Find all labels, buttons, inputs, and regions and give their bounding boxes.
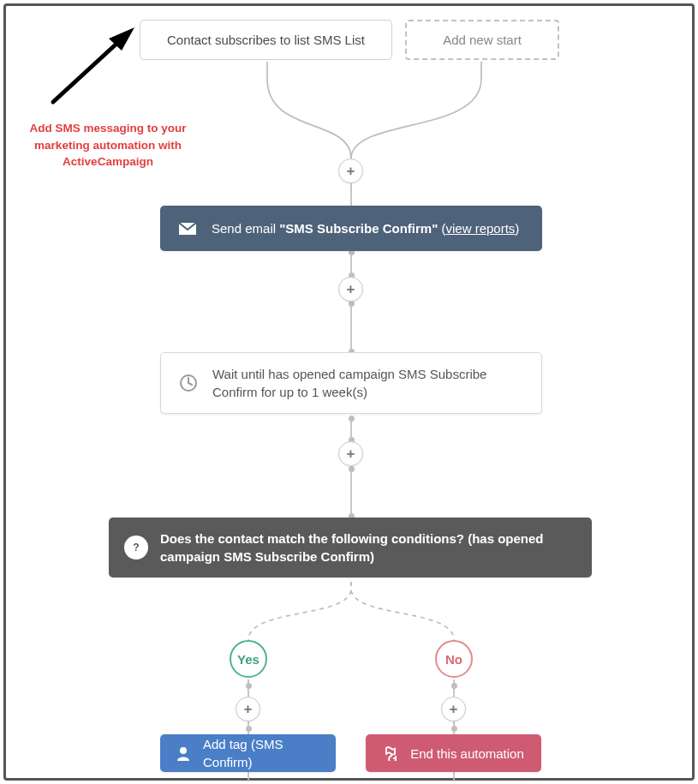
add-step-button[interactable]: + bbox=[338, 277, 363, 302]
end-automation-step[interactable]: End this automation bbox=[366, 734, 541, 772]
email-step-text: Send email "SMS Subscribe Confirm" (view… bbox=[212, 219, 519, 237]
wait-step[interactable]: Wait until has opened campaign SMS Subsc… bbox=[160, 352, 542, 414]
clock-icon bbox=[176, 371, 200, 395]
send-email-step[interactable]: Send email "SMS Subscribe Confirm" (view… bbox=[160, 206, 542, 251]
view-reports-link[interactable]: view reports bbox=[445, 221, 515, 236]
question-icon: ? bbox=[124, 536, 148, 560]
connector-dot bbox=[349, 416, 355, 422]
plus-icon: + bbox=[347, 446, 355, 463]
branch-yes-badge: Yes bbox=[230, 640, 267, 678]
add-step-button[interactable]: + bbox=[338, 441, 363, 466]
add-step-button-no[interactable]: + bbox=[441, 697, 466, 721]
end-icon bbox=[383, 745, 398, 761]
connector-dot bbox=[451, 726, 457, 732]
annotation-arrow bbox=[53, 27, 134, 102]
add-new-start-label: Add new start bbox=[443, 33, 522, 47]
connector-dot bbox=[246, 683, 252, 689]
connector-dot bbox=[349, 301, 355, 307]
annotation-caption: Add SMS messaging to your marketing auto… bbox=[9, 120, 206, 171]
add-step-button[interactable]: + bbox=[338, 159, 363, 183]
connector-dot bbox=[349, 466, 355, 472]
person-icon bbox=[176, 745, 191, 761]
plus-icon: + bbox=[244, 701, 253, 718]
add-tag-step[interactable]: Add tag (SMS Confirm) bbox=[160, 734, 336, 772]
connector-dot bbox=[451, 683, 457, 689]
svg-line-12 bbox=[188, 383, 192, 385]
condition-step-text: Does the contact match the following con… bbox=[160, 530, 576, 566]
plus-icon: + bbox=[450, 701, 458, 718]
trigger-node[interactable]: Contact subscribes to list SMS List bbox=[140, 20, 392, 60]
svg-point-15 bbox=[180, 747, 187, 754]
trigger-label: Contact subscribes to list SMS List bbox=[167, 33, 365, 47]
add-tag-text: Add tag (SMS Confirm) bbox=[203, 735, 320, 771]
add-new-start-button[interactable]: Add new start bbox=[405, 20, 559, 60]
connector-dot bbox=[246, 726, 252, 732]
end-automation-text: End this automation bbox=[410, 745, 524, 763]
email-icon bbox=[176, 217, 200, 241]
wait-step-text: Wait until has opened campaign SMS Subsc… bbox=[212, 365, 526, 401]
svg-text:?: ? bbox=[133, 542, 139, 554]
svg-marker-1 bbox=[109, 27, 134, 51]
plus-icon: + bbox=[347, 163, 355, 180]
condition-step[interactable]: ? Does the contact match the following c… bbox=[109, 518, 592, 578]
svg-line-0 bbox=[53, 35, 126, 102]
branch-no-badge: No bbox=[435, 640, 473, 678]
add-step-button-yes[interactable]: + bbox=[236, 697, 260, 721]
plus-icon: + bbox=[347, 281, 355, 298]
